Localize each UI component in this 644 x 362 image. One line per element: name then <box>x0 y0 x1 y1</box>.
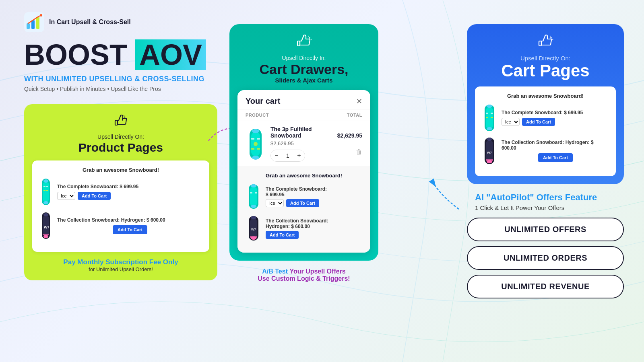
cart-modal: Your cart ✕ PRODUCT TOTAL <box>237 90 370 253</box>
svg-point-12 <box>43 179 48 183</box>
svg-rect-15 <box>43 190 45 191</box>
logo-area: In Cart Upsell & Cross-Sell <box>24 12 217 32</box>
svg-text:W7: W7 <box>44 225 50 229</box>
cart-add-2[interactable]: Add To Cart <box>266 231 299 239</box>
arrow-middle-to-right <box>427 177 467 217</box>
cp-product-row-1: The Complete Snowboard: $ 699.95 Ice Add… <box>481 104 609 132</box>
logo-icon <box>24 12 44 32</box>
svg-rect-68 <box>486 159 493 161</box>
cp-product-1-info: The Complete Snowboard: $ 699.95 Ice Add… <box>502 110 609 126</box>
cart-upsell-row-1: The Complete Snowboard:$ 699.95 Ice Add … <box>246 183 362 210</box>
right-section: Upsell Directly On: Cart Pages Grab an a… <box>467 24 624 303</box>
svg-point-4 <box>40 14 42 16</box>
cart-upsell-img-2: W7 <box>246 215 262 241</box>
qty-num: 1 <box>282 152 293 159</box>
svg-text:W7: W7 <box>487 151 492 154</box>
ai-autopilot: AI "AutoPilot" Offers Feature 1 Click & … <box>475 192 624 211</box>
cart-product-row: The 3p Fulfilled Snowboard $2,629.95 − 1… <box>237 121 370 167</box>
pp-add-to-cart-2[interactable]: Add To Cart <box>113 225 147 234</box>
ab-test-label: Your Upsell Offers <box>289 268 345 275</box>
svg-rect-58 <box>486 113 488 114</box>
cart-pages-inner: Grab an awesome Snowboard! <box>475 86 616 176</box>
pp-product-2-info: The Collection Snowboard: Hydrogen: $ 60… <box>57 217 203 234</box>
svg-rect-14 <box>46 186 48 187</box>
svg-point-57 <box>487 105 492 108</box>
unlimited-orders-label: UNLIMITED ORDERS <box>504 253 587 263</box>
cart-add-1[interactable]: Add To Cart <box>286 199 319 207</box>
pp-dropdown-1[interactable]: Ice <box>57 192 75 200</box>
logo-text: In Cart Upsell & Cross-Sell <box>49 18 131 27</box>
cart-pages-bg: Upsell Directly On: Cart Pages Grab an a… <box>467 24 624 184</box>
cd-label: Upsell Directly In: <box>237 55 370 61</box>
svg-rect-13 <box>43 186 45 187</box>
svg-rect-41 <box>250 192 252 193</box>
svg-point-17 <box>43 201 48 204</box>
cart-product-name: The 3p Fulfilled Snowboard <box>270 126 332 139</box>
pp-add-to-cart-1[interactable]: Add To Cart <box>78 192 111 200</box>
cd-title: Cart Drawers, <box>237 62 370 77</box>
svg-point-22 <box>43 235 48 238</box>
svg-point-7 <box>124 117 126 118</box>
svg-rect-42 <box>255 192 257 193</box>
product-pages-card: Upsell Directly On: Product Pages Grab a… <box>24 104 217 280</box>
cart-dropdown-1[interactable]: Ice <box>266 199 284 207</box>
cart-modal-title: Your cart <box>246 97 280 106</box>
cp-product-row-2: W7 The Collection Snowboard: Hydrogen: $… <box>481 137 609 165</box>
svg-point-27 <box>311 39 312 40</box>
pp-snowboard-1-img <box>39 178 53 206</box>
cp-snowboard-2: W7 <box>481 137 497 165</box>
svg-rect-59 <box>491 113 493 114</box>
left-section: In Cart Upsell & Cross-Sell BOOST AOV WI… <box>24 12 217 280</box>
svg-point-54 <box>550 36 551 37</box>
cp-dropdown-1[interactable]: Ice <box>502 118 520 126</box>
unlimited-pill-revenue: UNLIMITED REVENUE <box>467 275 624 298</box>
svg-rect-51 <box>539 41 541 46</box>
cart-product-total: $2,629.95 <box>337 132 362 139</box>
cp-add-to-cart-2[interactable]: Add To Cart <box>538 153 573 162</box>
cart-product-price: $2,629.95 <box>270 140 332 146</box>
svg-rect-11 <box>43 182 49 202</box>
cart-upsell-img-1 <box>246 183 262 210</box>
pp-product-row-1: The Complete Snowboard: $ 699.95 Ice Add… <box>39 178 203 206</box>
cp-add-to-cart-1[interactable]: Add To Cart <box>522 118 555 126</box>
trash-icon[interactable]: 🗑 <box>356 148 362 156</box>
qty-plus[interactable]: + <box>293 150 305 161</box>
ai-autopilot-sub: 1 Click & Let It Power Your Offers <box>475 204 624 211</box>
svg-point-43 <box>251 205 256 208</box>
svg-rect-1 <box>27 23 30 29</box>
pp-inner-title: Grab an awesome Snowboard! <box>39 167 203 173</box>
unlimited-pill-offers: UNLIMITED OFFERS <box>467 218 624 241</box>
cp-title: Cart Pages <box>475 62 616 80</box>
svg-rect-23 <box>43 234 49 235</box>
pp-product-1-info: The Complete Snowboard: $ 699.95 Ice Add… <box>57 184 203 200</box>
svg-point-20 <box>43 213 48 216</box>
svg-point-31 <box>252 129 259 133</box>
cp-snowboard-1 <box>481 104 497 132</box>
svg-point-62 <box>487 127 492 130</box>
cart-modal-header: Your cart ✕ <box>237 90 370 109</box>
svg-rect-49 <box>250 236 257 238</box>
close-btn[interactable]: ✕ <box>356 97 362 106</box>
pp-product-row-2: W7 The Collection Snowboard: Hydrogen: $… <box>39 212 203 240</box>
svg-point-34 <box>254 142 258 146</box>
thumbs-icon <box>32 114 209 131</box>
cart-upsell-title: Grab an awesome Snowboard! <box>246 173 362 179</box>
svg-rect-33 <box>257 138 260 140</box>
ab-test-text: A/B Test Your Upsell Offers Use Custom L… <box>229 268 378 282</box>
svg-point-26 <box>309 37 310 39</box>
svg-point-37 <box>252 156 259 160</box>
pay-monthly-title: Pay Monthly Subscription Fee Only <box>32 258 209 266</box>
svg-rect-5 <box>115 120 118 125</box>
svg-rect-25 <box>297 41 300 46</box>
unlimited-revenue-label: UNLIMITED REVENUE <box>501 282 590 291</box>
cart-pages-icon <box>537 34 553 50</box>
pay-monthly-sub: for Unlimited Upsell Orders! <box>32 266 209 272</box>
unlimited-offers-label: UNLIMITED OFFERS <box>504 225 586 234</box>
pp-inner-card: Grab an awesome Snowboard! <box>32 160 209 252</box>
middle-section: Upsell Directly In: Cart Drawers, Slider… <box>229 24 378 282</box>
qty-minus[interactable]: − <box>271 150 282 161</box>
qty-control[interactable]: − 1 + <box>270 150 305 162</box>
pp-snowboard-2-img: W7 <box>39 212 53 240</box>
svg-rect-39 <box>250 187 257 206</box>
svg-rect-32 <box>251 138 254 140</box>
